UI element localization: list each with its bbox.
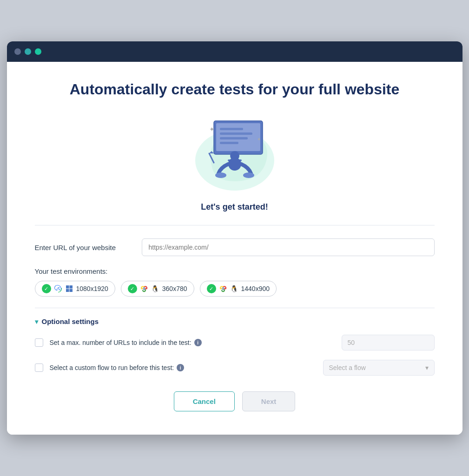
flow-select-placeholder: Select a flow <box>329 364 366 371</box>
edge-browser-icon <box>54 284 62 293</box>
optional-settings-section: ▾ Optional settings Set a max. number of… <box>35 308 435 376</box>
env-pills-container: ✓ <box>35 281 435 297</box>
check-icon-1: ✓ <box>42 284 51 293</box>
svg-rect-3 <box>220 128 243 130</box>
svg-text:✦: ✦ <box>257 137 261 142</box>
svg-point-10 <box>230 151 239 160</box>
chevron-down-icon: ▾ <box>35 318 38 325</box>
svg-rect-20 <box>69 289 73 292</box>
linux-icon-3: 🐧 <box>230 284 238 293</box>
environments-label: Your test environments: <box>35 267 435 275</box>
footer-buttons: Cancel Next <box>35 387 435 416</box>
window-dot-red <box>14 48 21 55</box>
svg-rect-18 <box>69 285 73 289</box>
optional-settings-label: Optional settings <box>42 317 99 325</box>
svg-rect-19 <box>66 289 69 292</box>
linux-icon-2: 🐧 <box>151 284 159 293</box>
svg-text:✦: ✦ <box>209 126 215 133</box>
next-button[interactable]: Next <box>242 391 296 411</box>
max-urls-row: Set a max. number of URLs to include in … <box>35 335 435 350</box>
chrome-browser-icon-3 <box>219 284 227 293</box>
check-icon-2: ✓ <box>128 284 137 293</box>
svg-rect-17 <box>66 285 69 289</box>
url-label: Enter URL of your website <box>35 244 142 251</box>
svg-rect-6 <box>220 142 238 144</box>
window-dot-yellow <box>25 48 31 55</box>
env-pill-2[interactable]: ✓ 🐧 360x780 <box>121 281 194 297</box>
chrome-browser-icon-2 <box>140 284 148 293</box>
custom-flow-checkbox[interactable] <box>35 364 43 372</box>
env-resolution-2: 360x780 <box>162 285 187 292</box>
main-title: Automatically create tests for your full… <box>35 80 435 98</box>
env-pill-3[interactable]: ✓ 🐧 1440x900 <box>200 281 277 297</box>
section-divider <box>35 225 435 225</box>
main-window: Automatically create tests for your full… <box>7 41 462 435</box>
max-urls-checkbox[interactable] <box>35 338 43 347</box>
env-pill-1[interactable]: ✓ <box>35 281 115 297</box>
cancel-button[interactable]: Cancel <box>174 391 235 411</box>
svg-point-12 <box>243 172 254 178</box>
svg-point-26 <box>222 288 224 290</box>
custom-flow-info-icon[interactable]: i <box>177 364 184 371</box>
max-urls-info-icon[interactable]: i <box>194 339 202 346</box>
flow-select-chevron-icon: ▾ <box>425 364 429 371</box>
title-bar <box>7 41 462 62</box>
environments-section: Your test environments: ✓ <box>35 267 435 297</box>
check-icon-3: ✓ <box>207 284 216 293</box>
max-urls-input[interactable] <box>342 335 435 350</box>
env-resolution-3: 1440x900 <box>241 285 270 292</box>
svg-rect-4 <box>220 132 252 135</box>
url-input[interactable] <box>142 238 435 256</box>
subtitle: Let's get started! <box>35 202 435 212</box>
svg-rect-5 <box>220 137 248 139</box>
max-urls-text: Set a max. number of URLs to include in … <box>50 339 202 346</box>
flow-select-dropdown[interactable]: Select a flow ▾ <box>323 360 435 376</box>
custom-flow-row: Select a custom flow to run before this … <box>35 360 435 376</box>
windows-icon-1 <box>65 284 73 293</box>
optional-settings-header[interactable]: ▾ Optional settings <box>35 317 435 325</box>
content-area: Automatically create tests for your full… <box>7 62 462 435</box>
env-resolution-1: 1080x1920 <box>76 285 108 292</box>
custom-flow-text: Select a custom flow to run before this … <box>50 364 185 371</box>
illustration: ✦ ✦ <box>35 109 435 193</box>
window-dot-green <box>35 48 41 55</box>
url-row: Enter URL of your website <box>35 238 435 256</box>
svg-point-23 <box>143 288 145 290</box>
svg-point-11 <box>215 172 226 178</box>
